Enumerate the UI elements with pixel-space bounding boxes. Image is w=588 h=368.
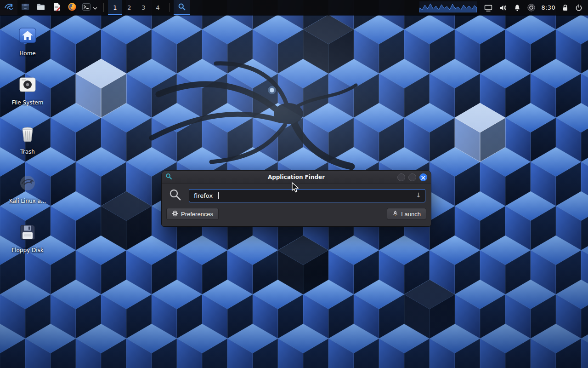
launcher-terminal[interactable] (80, 2, 93, 13)
launcher-documents[interactable] (33, 0, 49, 15)
top-panel: 1 2 3 4 (0, 0, 588, 15)
desktop-icon-floppy-disk[interactable]: Floppy Disk (6, 223, 50, 253)
lock-icon[interactable] (562, 4, 569, 12)
power-icon[interactable] (575, 4, 582, 12)
taskbar-item-application-finder[interactable] (174, 0, 190, 15)
application-finder-window: Application Finder (162, 171, 431, 226)
desktop-icon-label: Trash (20, 149, 35, 155)
launcher-firefox[interactable] (64, 0, 80, 15)
applications-menu-button[interactable] (0, 0, 17, 15)
desktop-icon-trash[interactable]: Trash (6, 124, 50, 155)
home-icon (18, 26, 37, 47)
panel-spacer (190, 0, 419, 15)
workspace-label: 2 (127, 4, 131, 11)
workspace-4[interactable]: 4 (151, 0, 165, 15)
kali-menu-icon (4, 2, 14, 14)
panel-separator (169, 3, 170, 12)
close-icon (421, 173, 425, 182)
text-editor-icon (52, 2, 61, 13)
maximize-button[interactable] (408, 173, 416, 181)
button-row: Preferences Launch (162, 205, 431, 224)
mouse-cursor (291, 182, 300, 195)
desktop-icon-label: File System (12, 99, 44, 106)
firefox-icon (68, 2, 77, 13)
window-icon (165, 173, 172, 182)
desktop: 1 2 3 4 (0, 0, 588, 368)
workspace-label: 4 (156, 4, 159, 11)
desktop-icon-label: Home (19, 50, 35, 57)
launcher-text-editor[interactable] (49, 0, 64, 15)
display-icon[interactable] (484, 4, 492, 12)
launch-button[interactable]: Launch (387, 208, 426, 220)
desktop-icon-label: Kali Linux a... (9, 198, 46, 204)
window-controls (397, 173, 427, 181)
file-system-icon (18, 75, 37, 96)
desktop-icon-kali-linux[interactable]: Kali Linux a... (6, 173, 50, 204)
folder-icon (36, 2, 45, 13)
workspace-label: 1 (113, 4, 117, 11)
file-manager-icon (21, 2, 30, 13)
desktop-icon-label: Floppy Disk (11, 247, 44, 253)
volume-icon[interactable] (499, 4, 507, 12)
search-input[interactable] (189, 189, 425, 202)
system-tray: 8:30 (484, 0, 588, 15)
clock[interactable]: 8:30 (542, 4, 555, 11)
launcher-file-manager[interactable] (17, 0, 33, 15)
desktop-icon-home[interactable]: Home (6, 26, 50, 57)
workspace-3[interactable]: 3 (136, 0, 151, 15)
desktop-icon-file-system[interactable]: File System (6, 75, 50, 106)
search-field-wrap: ↓ (189, 189, 425, 202)
floppy-disk-icon (18, 223, 37, 244)
workspace-2[interactable]: 2 (122, 0, 136, 15)
updates-icon[interactable] (527, 4, 535, 12)
preferences-button[interactable]: Preferences (166, 208, 219, 220)
launch-rocket-icon (392, 210, 398, 218)
close-button[interactable] (419, 173, 427, 181)
text-caret (218, 192, 219, 199)
workspace-1[interactable]: 1 (108, 0, 122, 15)
application-finder-icon (178, 3, 186, 13)
minimize-button[interactable] (397, 173, 405, 181)
notifications-bell-icon[interactable] (514, 4, 521, 12)
chevron-down-icon[interactable] (93, 3, 97, 12)
gear-icon (172, 210, 178, 218)
workspace-label: 3 (141, 4, 145, 11)
terminal-icon (82, 2, 91, 13)
panel-separator (103, 3, 104, 12)
cpu-graph[interactable] (419, 1, 477, 14)
search-icon (169, 189, 181, 203)
launch-label: Launch (401, 211, 421, 218)
trash-icon (18, 124, 37, 145)
window-title: Application Finder (162, 174, 431, 180)
kali-linux-icon (18, 173, 37, 195)
preferences-label: Preferences (181, 211, 213, 218)
